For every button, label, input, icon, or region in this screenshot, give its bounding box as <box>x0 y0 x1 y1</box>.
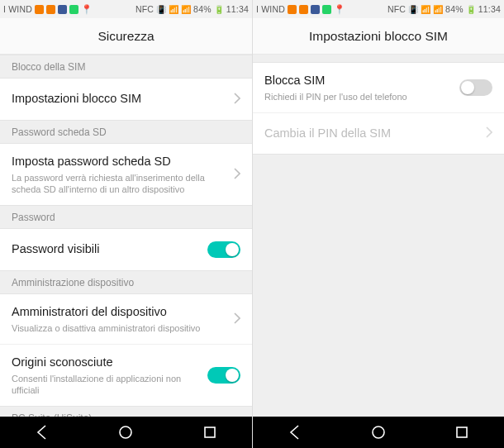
battery-icon: 🔋 <box>466 5 476 14</box>
notif-icon <box>299 5 308 14</box>
row-title: Blocca SIM <box>264 73 451 89</box>
carrier-label: I WIND <box>256 4 285 14</box>
signal-icon: 📶 <box>433 5 443 14</box>
nfc-icon: NFC <box>136 4 154 14</box>
sd-password-row[interactable]: Imposta password scheda SD La password v… <box>0 144 252 205</box>
lock-sim-toggle[interactable] <box>459 79 492 96</box>
row-subtitle: La password verrà richiesta all'inserime… <box>12 172 226 196</box>
carrier-label: I WIND <box>3 4 32 14</box>
location-icon: 📍 <box>334 4 345 15</box>
row-title: Amministratori del dispositivo <box>12 304 226 321</box>
row-title: Origini sconosciute <box>12 355 199 371</box>
chevron-right-icon <box>234 311 240 328</box>
section-password: Password <box>0 205 252 229</box>
location-icon: 📍 <box>81 4 93 15</box>
battery-pct: 84% <box>193 4 212 14</box>
row-title: Imposta password scheda SD <box>12 154 226 170</box>
recent-button[interactable] <box>201 423 219 441</box>
status-bar: I WIND 📍 NFC 📳 📶 📶 84% 🔋 11:34 <box>0 0 252 18</box>
battery-pct: 84% <box>445 4 464 14</box>
back-button[interactable] <box>286 423 304 441</box>
svg-rect-1 <box>205 427 215 437</box>
section-sim-lock: Blocco della SIM <box>0 55 252 79</box>
nav-bar <box>253 417 504 448</box>
section-pc-suite: PC Suite (HiSuite) <box>0 406 252 417</box>
status-bar: I WIND 📍 NFC 📳 📶 📶 84% 🔋 11:34 <box>253 0 504 18</box>
page-title: Sicurezza <box>0 18 252 55</box>
vibrate-icon: 📳 <box>156 5 166 14</box>
row-title: Cambia il PIN della SIM <box>264 126 478 142</box>
chevron-right-icon <box>234 91 240 108</box>
change-sim-pin-row: Cambia il PIN della SIM <box>253 112 504 154</box>
signal-icon: 📶 <box>181 5 191 14</box>
unknown-sources-toggle[interactable] <box>207 367 240 384</box>
device-admins-row[interactable]: Amministratori del dispositivo Visualizz… <box>0 294 252 344</box>
row-subtitle: Richiedi il PIN per l'uso del telefono <box>264 91 451 102</box>
sim-lock-settings-row[interactable]: Impostazioni blocco SIM <box>0 79 252 120</box>
wifi-icon: 📶 <box>169 5 178 14</box>
clock: 11:34 <box>226 4 249 14</box>
security-settings-pane: I WIND 📍 NFC 📳 📶 📶 84% 🔋 11:34 Sicurezza… <box>0 0 252 448</box>
unknown-sources-row[interactable]: Origini sconosciute Consenti l'installaz… <box>0 344 252 406</box>
svg-point-2 <box>373 427 384 438</box>
section-device-admin: Amministrazione dispositivo <box>0 270 252 294</box>
battery-icon: 🔋 <box>214 5 224 14</box>
chevron-right-icon <box>234 166 240 183</box>
section-sd-password: Password scheda SD <box>0 120 252 144</box>
back-button[interactable] <box>33 423 51 441</box>
facebook-icon <box>58 5 67 14</box>
home-button[interactable] <box>116 423 135 441</box>
row-subtitle: Visualizza o disattiva amministratori di… <box>12 322 226 334</box>
nfc-icon: NFC <box>388 4 406 14</box>
row-title: Password visibili <box>12 241 199 258</box>
passwords-visible-toggle[interactable] <box>207 241 240 258</box>
notif-icon <box>35 5 44 14</box>
passwords-visible-row[interactable]: Password visibili <box>0 229 252 270</box>
sim-lock-settings-pane: I WIND 📍 NFC 📳 📶 📶 84% 🔋 11:34 Impostazi… <box>252 0 504 448</box>
notif-icon <box>288 5 297 14</box>
vibrate-icon: 📳 <box>408 5 418 14</box>
svg-point-0 <box>120 427 131 438</box>
svg-rect-3 <box>457 427 467 437</box>
wifi-icon: 📶 <box>421 5 430 14</box>
chevron-right-icon <box>486 125 492 142</box>
row-subtitle: Consenti l'installazione di applicazioni… <box>12 373 199 397</box>
nav-bar <box>0 417 252 448</box>
page-title: Impostazioni blocco SIM <box>253 18 504 55</box>
notif-icon <box>46 5 55 14</box>
recent-button[interactable] <box>453 423 471 441</box>
home-button[interactable] <box>369 423 388 441</box>
row-title: Impostazioni blocco SIM <box>12 91 226 107</box>
facebook-icon <box>311 5 320 14</box>
lock-sim-row[interactable]: Blocca SIM Richiedi il PIN per l'uso del… <box>253 63 504 112</box>
whatsapp-icon <box>322 5 331 14</box>
whatsapp-icon <box>69 5 78 14</box>
clock: 11:34 <box>478 4 501 14</box>
